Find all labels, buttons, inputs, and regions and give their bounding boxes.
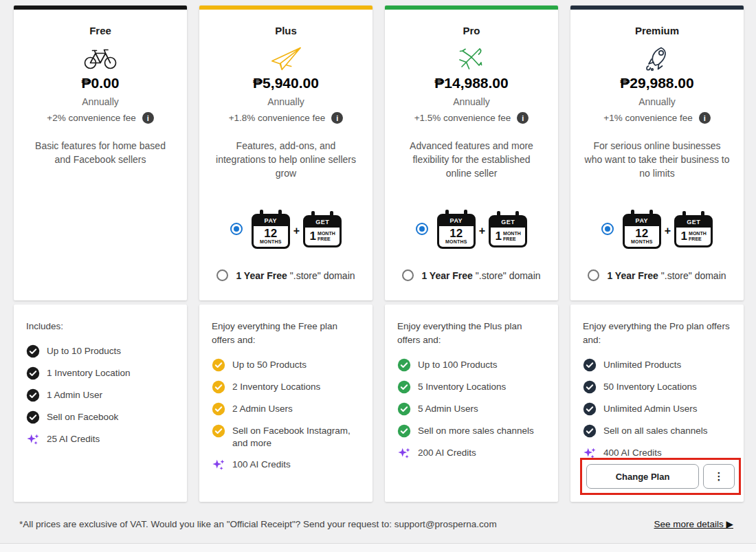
check-icon bbox=[212, 402, 225, 416]
annual-radio-selected[interactable] bbox=[416, 223, 428, 235]
check-icon bbox=[212, 424, 225, 438]
info-icon[interactable]: i bbox=[331, 112, 343, 124]
check-icon bbox=[583, 424, 597, 438]
check-icon bbox=[212, 358, 225, 372]
domain-option: 1 Year Free ".store" domain bbox=[199, 269, 373, 281]
change-plan-button[interactable]: Change Plan bbox=[586, 464, 699, 489]
plan-card-free: Free ₱0.00 Annually +2% convenience fee … bbox=[14, 5, 187, 300]
plan-title: Plus bbox=[275, 25, 297, 36]
pay-calendar-icon: PAY 12 MONTHS bbox=[623, 214, 661, 249]
annual-option: PAY 12 MONTHS + GET bbox=[199, 208, 373, 249]
features-list: Up to 10 Products 1 Inventory Location 1… bbox=[26, 345, 175, 446]
domain-radio[interactable] bbox=[216, 269, 228, 281]
plan-column-free: Free ₱0.00 Annually +2% convenience fee … bbox=[14, 5, 187, 502]
bottom-strip bbox=[0, 544, 756, 552]
features-list: Unlimited Products 50 Inventory Location… bbox=[583, 359, 731, 460]
info-icon[interactable]: i bbox=[517, 112, 529, 124]
plus-sign: + bbox=[479, 225, 485, 237]
plan-card-premium: Premium ₱29,988.00 Annually +1% convenie… bbox=[570, 5, 744, 300]
list-item: Unlimited Admin Users bbox=[583, 403, 731, 416]
list-item: 5 Inventory Locations bbox=[397, 381, 546, 394]
ai-sparkle-icon bbox=[212, 458, 225, 472]
ai-sparkle-icon bbox=[26, 432, 40, 446]
get-calendar-icon: GET 1 MONTHFREE bbox=[674, 215, 713, 247]
accent-bar-pro bbox=[385, 5, 558, 10]
domain-radio[interactable] bbox=[588, 269, 599, 281]
pay-calendar-icon: PAY 12 MONTHS bbox=[252, 214, 290, 249]
plan-price: ₱14,988.00 bbox=[434, 75, 508, 91]
get-calendar-icon: GET 1 MONTHFREE bbox=[489, 215, 527, 247]
plan-columns: Free ₱0.00 Annually +2% convenience fee … bbox=[14, 5, 744, 502]
check-icon bbox=[397, 424, 411, 438]
plan-description: Features, add-ons, and integrations to h… bbox=[199, 139, 373, 180]
list-item: Up to 10 Products bbox=[26, 345, 175, 358]
plan-title: Pro bbox=[463, 25, 480, 36]
billing-period: Annually bbox=[267, 96, 304, 107]
check-icon bbox=[26, 344, 40, 358]
list-item: Sell on Facebook bbox=[26, 411, 175, 424]
list-item: 100 AI Credits bbox=[212, 459, 360, 472]
list-item: 2 Inventory Locations bbox=[212, 381, 360, 394]
paper-plane-icon bbox=[269, 43, 303, 72]
check-icon bbox=[583, 358, 597, 372]
convenience-fee: +1% convenience fee bbox=[603, 113, 692, 123]
list-item: Up to 50 Products bbox=[212, 359, 360, 372]
plan-card-pro: Pro ₱14,988.00 Annually +1.5% convenienc… bbox=[385, 5, 558, 300]
see-more-details-link[interactable]: See more details ▶ bbox=[654, 518, 733, 529]
list-item: Unlimited Products bbox=[583, 359, 731, 372]
features-list: Up to 50 Products 2 Inventory Locations … bbox=[212, 359, 360, 472]
plan-description: For serious online businesses who want t… bbox=[570, 139, 744, 180]
accent-bar-free bbox=[14, 5, 187, 10]
plus-sign: + bbox=[665, 225, 671, 237]
features-card-free: Includes: Up to 10 Products 1 Inventory … bbox=[14, 305, 187, 502]
plan-title: Free bbox=[89, 25, 111, 36]
plan-column-premium: Premium ₱29,988.00 Annually +1% convenie… bbox=[570, 5, 744, 502]
airplane-icon bbox=[456, 43, 487, 72]
annual-option: PAY 12 MONTHS + GET bbox=[570, 208, 744, 249]
list-item: 1 Inventory Location bbox=[26, 367, 175, 380]
billing-options: PAY 12 MONTHS + GET bbox=[385, 208, 558, 281]
check-icon bbox=[397, 380, 411, 394]
features-intro: Enjoy everything the Plus plan offers an… bbox=[397, 320, 546, 347]
features-card-plus: Enjoy everything the Free plan offers an… bbox=[199, 305, 373, 502]
plan-price: ₱0.00 bbox=[82, 75, 120, 91]
domain-radio[interactable] bbox=[402, 269, 414, 281]
kebab-menu-button[interactable]: ⋮ bbox=[703, 464, 735, 489]
bicycle-icon bbox=[84, 43, 117, 72]
convenience-fee-row: +2% convenience fee i bbox=[47, 112, 153, 124]
list-item: Sell on all sales channels bbox=[583, 425, 731, 438]
list-item: 25 AI Credits bbox=[26, 433, 175, 446]
pay-calendar-icon: PAY 12 MONTHS bbox=[437, 214, 476, 249]
list-item: 2 Admin Users bbox=[212, 403, 360, 416]
convenience-fee-row: +1% convenience fee i bbox=[603, 112, 710, 124]
plus-sign: + bbox=[293, 225, 300, 237]
pay12-get1-graphic: PAY 12 MONTHS + GET bbox=[623, 208, 713, 249]
info-icon[interactable]: i bbox=[699, 112, 711, 124]
annual-radio-selected[interactable] bbox=[230, 223, 243, 235]
ai-sparkle-icon bbox=[397, 446, 411, 460]
footer: *All prices are exclusive of VAT. Would … bbox=[19, 518, 733, 529]
accent-bar-plus bbox=[199, 5, 373, 10]
features-card-premium: Enjoy everything the Pro plan offers and… bbox=[570, 305, 744, 502]
check-icon bbox=[26, 388, 40, 402]
features-intro: Enjoy everything the Free plan offers an… bbox=[212, 320, 360, 347]
info-icon[interactable]: i bbox=[142, 112, 154, 124]
list-item: 5 Admin Users bbox=[397, 403, 546, 416]
check-icon bbox=[583, 402, 597, 416]
list-item: Sell on more sales channels bbox=[397, 425, 546, 438]
convenience-fee-row: +1.5% convenience fee i bbox=[414, 112, 529, 124]
pay12-get1-graphic: PAY 12 MONTHS + GET bbox=[252, 208, 342, 249]
convenience-fee-row: +1.8% convenience fee i bbox=[229, 112, 344, 124]
annual-option: PAY 12 MONTHS + GET bbox=[385, 208, 558, 249]
annual-radio-selected[interactable] bbox=[601, 223, 614, 235]
billing-period: Annually bbox=[453, 96, 490, 107]
billing-period: Annually bbox=[638, 96, 676, 107]
list-item: Up to 100 Products bbox=[397, 359, 546, 372]
plan-card-plus: Plus ₱5,940.00 Annually +1.8% convenienc… bbox=[199, 5, 373, 300]
accent-bar-premium bbox=[570, 5, 744, 10]
features-list: Up to 100 Products 5 Inventory Locations… bbox=[397, 359, 546, 460]
pricing-page: Free ₱0.00 Annually +2% convenience fee … bbox=[0, 0, 756, 552]
plan-description: Basic features for home based and Facebo… bbox=[14, 139, 187, 166]
billing-period: Annually bbox=[82, 96, 119, 107]
features-card-pro: Enjoy everything the Plus plan offers an… bbox=[385, 305, 558, 502]
